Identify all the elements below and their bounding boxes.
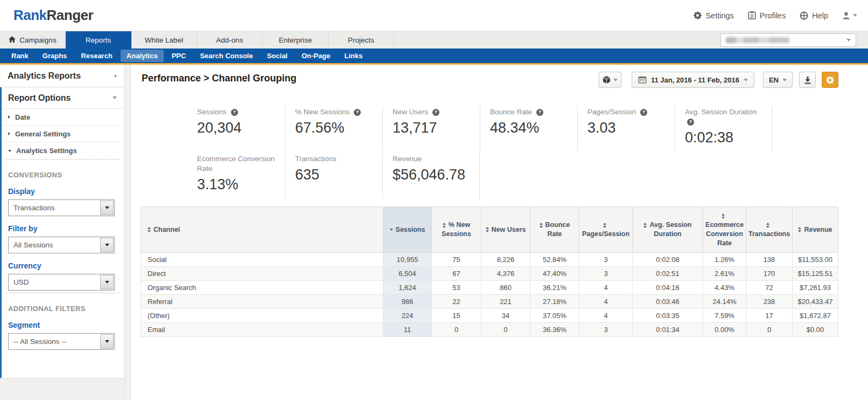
cell: 3 [579, 253, 633, 267]
cell: 4 [579, 295, 633, 309]
column-header-pages-session[interactable]: Pages/Session [579, 207, 633, 253]
metric-value: $56,046.78 [393, 167, 472, 183]
report-options-header[interactable]: Report Options [2, 87, 124, 109]
language-button[interactable]: EN [763, 72, 793, 88]
metric-ecommerce-conversion-rate: Ecommerce Conversion Rate3.13% [187, 153, 285, 198]
select-currency[interactable]: USD [8, 274, 115, 291]
help-icon[interactable]: ? [536, 109, 543, 116]
channel-grouping-table: ChannelSessions% New SessionsNew UsersBo… [141, 206, 838, 337]
column-header-bounce-rate[interactable]: Bounce Rate [530, 207, 579, 253]
subtab-analytics[interactable]: Analytics [121, 50, 164, 62]
cell: 52.84% [530, 253, 579, 267]
download-button[interactable] [799, 72, 816, 88]
select-display[interactable]: Transactions [8, 199, 115, 216]
sidebar-option-date[interactable]: Date [2, 109, 124, 126]
help-icon[interactable]: ? [432, 109, 439, 116]
help-icon[interactable]: ? [640, 109, 647, 116]
header-link-help[interactable]: Help [800, 11, 828, 20]
sidebar-option-analytics-settings[interactable]: Analytics Settings [2, 142, 124, 159]
tab-reports[interactable]: Reports [66, 31, 131, 49]
select-dropdown-button[interactable] [100, 334, 114, 349]
tab-campaigns[interactable]: Campaigns [0, 31, 66, 49]
help-icon[interactable]: ? [231, 109, 238, 116]
metric-label-text: Ecommerce Conversion Rate [197, 155, 275, 173]
header-link-label: Help [812, 11, 828, 20]
cell-channel: (Other) [141, 309, 383, 323]
subtab-social[interactable]: Social [261, 50, 293, 62]
profiles-icon [748, 11, 756, 19]
metric-value: 20,304 [197, 120, 277, 136]
cube-icon [603, 75, 611, 84]
help-icon[interactable]: ? [354, 109, 361, 116]
column-label: New Users [492, 226, 526, 233]
column-header-transactions[interactable]: Transactions [746, 207, 793, 253]
sort-icon [486, 227, 489, 232]
header-link-settings[interactable]: Settings [694, 11, 733, 20]
user-menu[interactable] [842, 12, 857, 19]
tab-projects[interactable]: Projects [328, 31, 394, 49]
select-dropdown-button[interactable] [100, 238, 114, 252]
tab-label: Projects [348, 36, 374, 44]
column-header-channel[interactable]: Channel [141, 207, 383, 253]
chevron-down-icon [105, 206, 109, 209]
subtab-on-page[interactable]: On-Page [296, 50, 336, 62]
dotted-divider [6, 159, 120, 160]
column-header-new-users[interactable]: New Users [481, 207, 530, 253]
main-tabs: CampaignsReportsWhite LabelAdd-onsEnterp… [0, 31, 394, 49]
sort-icon [540, 223, 543, 228]
logo-part-rank: Rank [13, 7, 47, 23]
subtab-research[interactable]: Research [75, 50, 118, 62]
column-header-ecommerce-conversion-rate[interactable]: Ecommerce Conversion Rate [703, 207, 746, 253]
tab-label: Add-ons [216, 36, 243, 44]
header-link-profiles[interactable]: Profiles [748, 11, 786, 20]
sidebar-option-general-settings[interactable]: General Settings [2, 126, 124, 142]
cell: 4.43% [703, 281, 746, 295]
subtab-links[interactable]: Links [338, 50, 368, 62]
column-label: Sessions [396, 226, 425, 233]
subtab-rank[interactable]: Rank [5, 50, 34, 62]
select-filter-by[interactable]: All Sessions [8, 237, 115, 253]
logo-part-ranger: Ranger [47, 7, 94, 23]
campaign-selector[interactable] [720, 33, 856, 47]
cell: 1,624 [383, 281, 432, 295]
logo[interactable]: RankRanger [13, 7, 93, 24]
cell: 0:02:51 [633, 267, 703, 281]
cell: 6,504 [383, 267, 432, 281]
date-range-button[interactable]: 11 Jan, 2016 - 11 Feb, 2016 [632, 72, 754, 88]
column-header-sessions[interactable]: Sessions [383, 207, 432, 253]
metric-value: 3.03 [587, 120, 667, 136]
sidebar-panel-analytics-reports[interactable]: Analytics Reports [0, 65, 124, 87]
tab-white-label[interactable]: White Label [131, 31, 197, 49]
select-dropdown-button[interactable] [100, 275, 114, 289]
subtab-search-console[interactable]: Search Console [194, 50, 258, 62]
subtab-graphs[interactable]: Graphs [37, 50, 73, 62]
report-view-button[interactable] [599, 72, 621, 88]
cell: 11 [383, 323, 432, 337]
download-icon [804, 76, 811, 84]
column-header-new-sessions[interactable]: % New Sessions [432, 207, 481, 253]
sidebar-groups: CONVERSIONSDisplayTransactionsFilter byA… [2, 159, 124, 350]
cell: 138 [746, 253, 793, 267]
chevron-down-icon [105, 244, 109, 246]
cell: 224 [383, 309, 432, 323]
cell: 0:03:46 [633, 295, 703, 309]
help-icon[interactable]: ? [687, 119, 694, 126]
report-settings-button[interactable] [822, 72, 838, 88]
cell: 4 [579, 281, 633, 295]
report-options-list: DateGeneral SettingsAnalytics Settings [2, 109, 124, 159]
metric-label-text: Sessions [197, 108, 229, 116]
metric-label-text: Pages/Session [587, 108, 638, 116]
date-range-label: 11 Jan, 2016 - 11 Feb, 2016 [651, 76, 739, 84]
column-header-revenue[interactable]: Revenue [793, 207, 838, 253]
select-dropdown-button[interactable] [100, 201, 114, 215]
column-label: Transactions [748, 230, 790, 238]
chevron-right-icon [115, 74, 117, 78]
metric-value: 13,717 [393, 120, 472, 136]
select-segment[interactable]: -- All Sessions -- [8, 333, 115, 350]
select-value: -- All Sessions -- [9, 337, 100, 346]
report-options-title: Report Options [8, 93, 71, 103]
tab-add-ons[interactable]: Add-ons [197, 31, 263, 49]
column-header-avg-session-duration[interactable]: Avg. Session Duration [633, 207, 703, 253]
subtab-ppc[interactable]: PPC [166, 50, 192, 62]
tab-enterprise[interactable]: Enterprise [263, 31, 328, 49]
